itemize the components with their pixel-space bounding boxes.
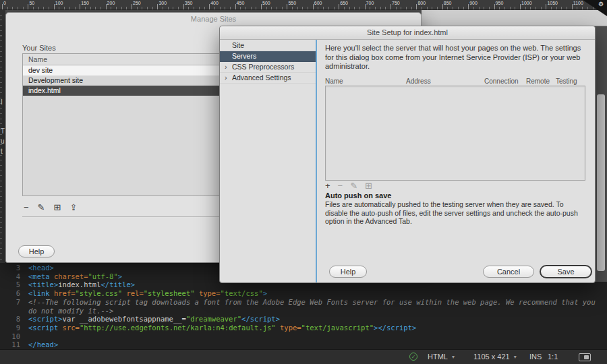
code-line[interactable]: 8<script>var __adobewebfontsappname__="d… bbox=[0, 315, 607, 324]
servers-table-headers: NameAddressConnectionRemoteTesting bbox=[325, 78, 585, 85]
line-number: 5 bbox=[0, 280, 28, 289]
ruler-major-ticks bbox=[2, 4, 607, 9]
ruler-tick-label: 1000 bbox=[520, 1, 532, 5]
manage-sites-toolbar: −✎⊞⇪ bbox=[24, 203, 77, 212]
code-line[interactable]: do not modify it.--> bbox=[0, 307, 607, 315]
code-token: "style.css" bbox=[76, 289, 123, 297]
code-token: "text/css" bbox=[221, 289, 263, 297]
lint-ok-icon: ✓ bbox=[409, 353, 417, 361]
servers-intro-text: Here you'll select the server that will … bbox=[317, 40, 595, 71]
duplicate-site-icon[interactable]: ⊞ bbox=[54, 203, 61, 212]
device-preview-inner bbox=[584, 355, 589, 359]
ruler-tick-label: 300 bbox=[157, 1, 167, 5]
code-line[interactable]: 9<script src="http://use.edgefonts.net/k… bbox=[0, 324, 607, 332]
code-scrollbar-track[interactable] bbox=[596, 26, 607, 282]
code-token: "dreamweaver" bbox=[186, 315, 241, 323]
site-setup-help-button[interactable]: Help bbox=[329, 266, 367, 278]
code-token: "utf-8" bbox=[88, 272, 118, 280]
ruler-tick-label: 900 bbox=[468, 1, 478, 5]
doctype-label: HTML bbox=[428, 353, 448, 361]
auto-push-description: Files are automatically pushed to the te… bbox=[325, 200, 579, 226]
ruler-tick-label: 500 bbox=[261, 1, 270, 5]
line-number: 8 bbox=[0, 315, 28, 324]
sidebar-item-advanced-settings[interactable]: ›Advanced Settings bbox=[220, 73, 316, 84]
servers-toolbar: +−✎⊞ bbox=[325, 181, 372, 191]
code-token: src= bbox=[63, 324, 80, 332]
edit-site-icon[interactable]: ✎ bbox=[38, 203, 45, 212]
add-server-icon[interactable]: + bbox=[325, 181, 330, 191]
column-header: Testing bbox=[556, 78, 583, 85]
ruler-tick-label: 100 bbox=[54, 1, 63, 5]
window-size-select[interactable]: 1105 x 421▾ bbox=[473, 353, 517, 361]
sidebar-item-label: CSS Preprocessors bbox=[232, 63, 294, 71]
remove-site-icon[interactable]: − bbox=[24, 203, 29, 212]
code-token: "stylesheet" bbox=[144, 289, 195, 297]
sidebar-item-site[interactable]: Site bbox=[220, 40, 316, 51]
line-number: 11 bbox=[0, 340, 28, 349]
left-edge-fragments: ITut bbox=[0, 9, 5, 263]
code-token: var __adobewebfontsappname__= bbox=[63, 315, 186, 323]
chevron-right-icon: › bbox=[225, 62, 227, 72]
export-site-icon[interactable]: ⇪ bbox=[69, 203, 77, 212]
site-setup-dialog: Site Setup for index.html SiteServers›CS… bbox=[219, 26, 596, 283]
servers-panel: Here you'll select the server that will … bbox=[317, 40, 595, 282]
gear-icon[interactable]: ⚙ bbox=[598, 1, 604, 7]
code-line[interactable]: 11</head> bbox=[0, 340, 607, 349]
doctype-select[interactable]: HTML▾ bbox=[428, 353, 455, 361]
code-token: "text/javascript" bbox=[301, 324, 374, 332]
line-number: 4 bbox=[0, 272, 28, 281]
code-token: <title> bbox=[28, 280, 58, 289]
chevron-down-icon: ▾ bbox=[514, 354, 517, 360]
remove-server-icon[interactable]: − bbox=[338, 181, 343, 191]
servers-table[interactable] bbox=[325, 86, 585, 181]
document-text-fragment: u bbox=[1, 138, 5, 145]
auto-push-title: Auto push on save bbox=[325, 191, 391, 200]
document-toolbar-strip bbox=[422, 9, 607, 26]
sidebar-item-label: Advanced Settings bbox=[232, 73, 291, 82]
help-button[interactable]: Help bbox=[18, 245, 55, 257]
line-number: 9 bbox=[0, 324, 28, 332]
ruler-tick-label: 250 bbox=[132, 1, 141, 5]
code-token: rel= bbox=[126, 289, 143, 297]
ruler-tick-label: 50 bbox=[28, 1, 34, 5]
code-token: </title> bbox=[100, 280, 135, 289]
ruler-tick-label: 600 bbox=[313, 1, 322, 5]
sidebar-item-css-preprocessors[interactable]: ›CSS Preprocessors bbox=[220, 62, 316, 73]
ruler-tick-label: 1100 bbox=[572, 1, 583, 5]
sidebar-item-label: Site bbox=[232, 41, 244, 49]
column-header: Name bbox=[325, 78, 406, 85]
code-line[interactable]: 10 bbox=[0, 332, 607, 341]
code-line[interactable]: 6<link href="style.css" rel="stylesheet"… bbox=[0, 289, 607, 298]
code-token: </head> bbox=[28, 340, 58, 348]
site-setup-body: SiteServers›CSS Preprocessors›Advanced S… bbox=[220, 40, 595, 282]
code-token: > bbox=[263, 289, 267, 297]
edit-server-icon[interactable]: ✎ bbox=[350, 181, 357, 191]
sidebar-item-servers[interactable]: Servers bbox=[220, 51, 316, 62]
ruler-tick-label: 800 bbox=[416, 1, 426, 5]
ruler-tick-label: 950 bbox=[494, 1, 504, 5]
line-number: 6 bbox=[0, 289, 28, 298]
code-token: type= bbox=[199, 289, 221, 297]
ruler-tick-label: 0 bbox=[2, 1, 6, 5]
document-text-fragment: I bbox=[1, 98, 3, 106]
duplicate-server-icon[interactable]: ⊞ bbox=[365, 181, 372, 191]
device-preview-icon[interactable] bbox=[579, 353, 591, 361]
code-token: <!--The following script tag downloads a… bbox=[28, 298, 596, 306]
site-setup-title: Site Setup for index.html bbox=[220, 26, 595, 40]
code-token: ></script> bbox=[374, 324, 416, 332]
site-setup-sidebar: SiteServers›CSS Preprocessors›Advanced S… bbox=[220, 40, 316, 282]
cursor-position: 1:1 bbox=[548, 353, 558, 361]
code-token: <head> bbox=[28, 264, 54, 272]
horizontal-ruler: 0501001502002503003504004505005506006507… bbox=[0, 0, 607, 10]
scrollbar-thumb[interactable] bbox=[597, 94, 605, 271]
column-header: Remote bbox=[526, 78, 556, 85]
code-token: type= bbox=[280, 324, 301, 332]
cancel-button[interactable]: Cancel bbox=[483, 266, 534, 278]
sidebar-item-label: Servers bbox=[232, 52, 256, 60]
ruler-tick-label: 1050 bbox=[546, 1, 558, 5]
code-line[interactable]: 7<!--The following script tag downloads … bbox=[0, 298, 607, 307]
code-token: <meta bbox=[28, 272, 54, 280]
line-number: 10 bbox=[0, 332, 28, 341]
line-number: 3 bbox=[0, 264, 28, 272]
save-button[interactable]: Save bbox=[540, 265, 592, 278]
